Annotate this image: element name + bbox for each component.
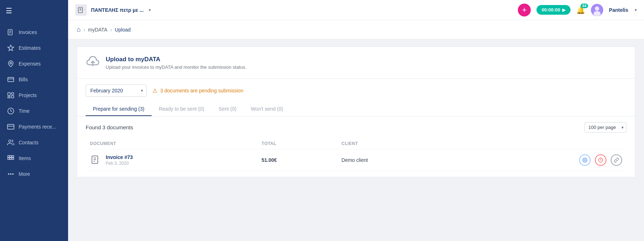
sidebar-item-contacts[interactable]: Contacts [0,135,68,150]
svg-rect-8 [8,93,10,96]
per-page-wrapper: 100 per page [585,122,626,132]
hamburger-icon: ☰ [6,6,12,15]
timer-button[interactable]: 00:00:00 ▶ [536,5,571,15]
svg-rect-6 [8,77,14,82]
upload-card: Upload to myDATA Upload your invoices to… [77,47,635,79]
content-area: ⌂ › myDATA › Upload Upload to myDATA Upl… [68,20,644,241]
svg-point-22 [8,174,9,175]
per-page-select[interactable]: 100 per page [585,122,626,132]
payments-icon [7,123,14,130]
breadcrumb-sep-1: › [84,27,85,33]
sidebar-item-projects[interactable]: Projects [0,87,68,103]
time-icon [7,107,14,115]
col-actions [454,138,626,149]
sidebar-toggle[interactable]: ☰ [0,0,68,21]
col-document: Document [86,138,257,149]
filter-area: February 2020 ▾ ⚠ 3 documents are pendin… [77,79,635,116]
breadcrumb: ⌂ › myDATA › Upload [68,20,644,39]
status-button[interactable] [595,154,606,166]
month-select[interactable]: February 2020 [86,85,147,97]
breadcrumb-upload: Upload [115,27,130,33]
doc-total: 51.00€ [257,149,337,171]
tab-ready[interactable]: Ready to be sent (0) [152,102,211,116]
bills-icon [7,76,14,83]
user-dropdown-icon[interactable]: ▾ [635,8,637,13]
sidebar-item-bills[interactable]: Bills [0,72,68,87]
sidebar-item-more[interactable]: More [0,166,68,182]
link-button[interactable] [611,154,622,166]
topbar-right: + 00:00:00 ▶ 🔔 64 Pantelis ▾ [518,4,637,16]
notification-badge: 64 [581,4,588,8]
sidebar-item-items[interactable]: Items [0,150,68,166]
doc-name-cell: Invoice #73 Feb 3, 2020 [86,149,257,171]
svg-rect-21 [12,158,14,159]
warning-icon: ⚠ [152,87,157,94]
tab-prepare[interactable]: Prepare for sending (3) [86,102,152,116]
items-icon [7,155,14,162]
table-header: Document Total Client [86,138,626,149]
sidebar-nav: Invoices Estimates Expenses Bills Projec… [0,21,68,185]
svg-marker-4 [8,45,14,51]
sidebar-item-estimates[interactable]: Estimates [0,40,68,56]
breadcrumb-home[interactable]: ⌂ [77,26,81,33]
company-logo [75,4,87,16]
document-icon [90,154,101,166]
upload-card-text: Upload to myDATA Upload your invoices to… [106,56,247,70]
upload-cloud-icon [86,54,100,71]
svg-rect-16 [8,156,10,158]
sidebar-label-time: Time [19,108,30,114]
expenses-icon [7,60,14,67]
doc-client: Demo client [337,149,454,171]
results-area: Found 3 documents 100 per page Document … [77,116,635,177]
configure-button[interactable] [579,154,591,166]
add-button[interactable]: + [518,4,531,16]
sidebar-item-payments[interactable]: Payments rece... [0,119,68,135]
doc-actions [458,154,622,166]
sidebar-label-expenses: Expenses [19,61,40,67]
svg-point-15 [9,140,11,143]
document-table: Document Total Client Invoice #73 Feb 3 [86,138,626,171]
main-content: ΠΑΝΤΕΛΗΣ πετρ με ... ▾ + 00:00:00 ▶ 🔔 64… [68,0,644,241]
results-header: Found 3 documents 100 per page [86,122,626,132]
sidebar-label-invoices: Invoices [19,29,37,35]
found-docs: Found 3 documents [86,124,133,130]
company-name: ΠΑΝΤΕΛΗΣ πετρ με ... [91,7,144,13]
svg-point-5 [10,62,12,64]
timer-display: 00:00:00 [542,7,560,13]
tab-wontsend[interactable]: Won't send (0) [244,102,290,116]
svg-rect-13 [8,124,14,129]
upload-description: Upload your invoices to myDATA and monit… [106,64,247,70]
tabs: Prepare for sending (3) Ready to be sent… [86,102,626,116]
avatar [591,4,603,16]
svg-point-24 [13,174,14,175]
breadcrumb-sep-2: › [110,27,112,33]
company-dropdown-icon[interactable]: ▾ [149,8,151,13]
warning-text: 3 documents are pending submission [160,88,243,93]
breadcrumb-mydata[interactable]: myDATA [88,27,108,33]
table-row: Invoice #73 Feb 3, 2020 51.00€ Demo clie… [86,149,626,171]
sidebar-item-expenses[interactable]: Expenses [0,56,68,72]
tab-sent[interactable]: Sent (0) [211,102,244,116]
svg-rect-19 [8,158,10,159]
more-icon [7,170,14,178]
sidebar-label-contacts: Contacts [19,140,38,145]
estimates-icon [7,44,14,52]
svg-point-30 [593,11,601,16]
sidebar-label-items: Items [19,155,31,161]
doc-date: Feb 3, 2020 [106,161,133,166]
sidebar-item-time[interactable]: Time [0,103,68,119]
contacts-icon [7,139,14,146]
notification-button[interactable]: 🔔 64 [576,6,585,14]
sidebar-label-estimates: Estimates [19,45,40,51]
svg-point-29 [595,6,599,11]
upload-title: Upload to myDATA [106,56,247,63]
user-name[interactable]: Pantelis [609,7,628,13]
svg-rect-20 [10,158,12,159]
svg-rect-10 [11,96,14,98]
filter-row: February 2020 ▾ ⚠ 3 documents are pendin… [86,85,626,97]
table-body: Invoice #73 Feb 3, 2020 51.00€ Demo clie… [86,149,626,171]
sidebar-label-more: More [19,171,30,177]
svg-rect-11 [8,97,10,98]
sidebar-item-invoices[interactable]: Invoices [0,24,68,40]
svg-rect-9 [11,93,14,95]
